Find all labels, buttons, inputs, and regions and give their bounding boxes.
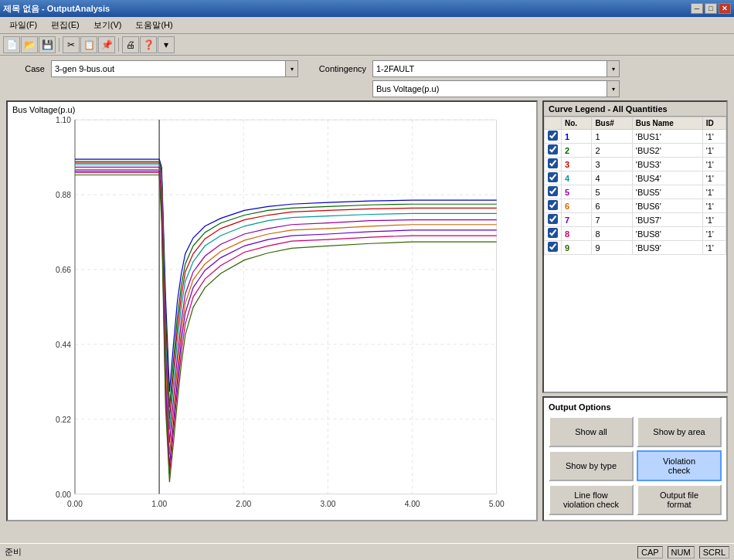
close-button[interactable]: ✕: [719, 3, 731, 14]
toolbar-separator-1: [59, 38, 59, 52]
chart-title: Bus Voltage(p.u): [8, 102, 536, 116]
row-id: '1': [702, 171, 726, 185]
violation-check-button[interactable]: Violationcheck: [637, 450, 722, 481]
row-checkbox-8[interactable]: [548, 228, 558, 238]
content-area: Bus Voltage(p.u): [6, 100, 728, 521]
row-no: 2: [562, 144, 592, 158]
row-name: 'BUS8': [632, 227, 702, 241]
row-checkbox-5[interactable]: [548, 186, 558, 196]
row-bus: 8: [592, 227, 632, 241]
cap-indicator: CAP: [637, 546, 663, 558]
row-checkbox-6[interactable]: [548, 200, 558, 210]
chart-panel: Bus Voltage(p.u): [6, 100, 538, 521]
row-no: 8: [562, 227, 592, 241]
svg-text:0.44: 0.44: [56, 341, 71, 349]
contingency-input[interactable]: [373, 61, 607, 76]
new-button[interactable]: 📄: [3, 36, 20, 53]
print-button[interactable]: 🖨: [122, 36, 139, 53]
show-all-button[interactable]: Show all: [549, 416, 634, 447]
paste-button[interactable]: 📌: [98, 36, 115, 53]
row-no: 5: [562, 185, 592, 199]
menu-bar: 파일(F) 편집(E) 보기(V) 도움말(H): [0, 17, 734, 34]
row-checkbox-1[interactable]: [548, 131, 558, 141]
row-name: 'BUS4': [632, 171, 702, 185]
row-checkbox-cell[interactable]: [545, 213, 562, 227]
cut-button[interactable]: ✂: [63, 36, 80, 53]
title-bar: 제목 없음 - OutputAnalysis ─ □ ✕: [0, 0, 734, 17]
row-id: '1': [702, 213, 726, 227]
options-grid: Show all Show by area Show by type Viola…: [549, 416, 722, 515]
quantity-input[interactable]: [373, 81, 607, 97]
row-id: '1': [702, 227, 726, 241]
row-id: '1': [702, 185, 726, 199]
case-combo[interactable]: ▾: [51, 60, 298, 77]
row-checkbox-cell[interactable]: [545, 241, 562, 255]
scrl-indicator: SCRL: [699, 546, 729, 558]
save-button[interactable]: 💾: [39, 36, 56, 53]
menu-file[interactable]: 파일(F): [3, 18, 43, 32]
row-no: 1: [562, 130, 592, 144]
row-checkbox-cell[interactable]: [545, 171, 562, 185]
row-checkbox-cell[interactable]: [545, 199, 562, 213]
contingency-combo-arrow[interactable]: ▾: [607, 61, 619, 76]
window-title: 제목 없음 - OutputAnalysis: [3, 3, 110, 15]
num-indicator: NUM: [668, 546, 695, 558]
svg-text:5.00: 5.00: [489, 500, 505, 508]
svg-text:0.66: 0.66: [56, 266, 71, 274]
menu-edit[interactable]: 편집(E): [45, 18, 86, 32]
row-checkbox-9[interactable]: [548, 242, 558, 252]
col-header-no: [545, 117, 562, 130]
case-input[interactable]: [52, 61, 285, 76]
svg-rect-0: [75, 120, 497, 494]
menu-view[interactable]: 보기(V): [87, 18, 128, 32]
minimize-button[interactable]: ─: [691, 3, 703, 14]
menu-help[interactable]: 도움말(H): [129, 18, 178, 32]
line-flow-violation-button[interactable]: Line flowviolation check: [549, 484, 634, 515]
help-button[interactable]: ❓: [140, 36, 157, 53]
legend-table: No. Bus# Bus Name ID 1 1 'BUS1' '1' 2 2 …: [544, 117, 726, 255]
extra-button[interactable]: ▾: [158, 36, 175, 53]
quantity-combo-arrow[interactable]: ▾: [607, 81, 619, 97]
row-checkbox-2[interactable]: [548, 144, 558, 154]
row-checkbox-cell[interactable]: [545, 144, 562, 158]
quantity-combo[interactable]: ▾: [372, 80, 620, 97]
col-header-no-text: No.: [562, 117, 592, 130]
col-header-bus: Bus#: [592, 117, 632, 130]
case-combo-arrow[interactable]: ▾: [285, 61, 297, 76]
svg-text:1.10: 1.10: [56, 116, 71, 124]
row-checkbox-4[interactable]: [548, 172, 558, 182]
row-checkbox-7[interactable]: [548, 214, 558, 224]
table-row: 4 4 'BUS4' '1': [545, 171, 726, 185]
svg-text:0.00: 0.00: [56, 490, 71, 499]
row-checkbox-cell[interactable]: [545, 158, 562, 171]
svg-text:1.00: 1.00: [151, 500, 167, 508]
show-by-area-button[interactable]: Show by area: [637, 416, 722, 447]
row-checkbox-cell[interactable]: [545, 185, 562, 199]
table-row: 5 5 'BUS5' '1': [545, 185, 726, 199]
open-button[interactable]: 📂: [21, 36, 38, 53]
output-options-title: Output Options: [549, 402, 722, 412]
svg-text:4.00: 4.00: [405, 500, 420, 508]
row-name: 'BUS9': [632, 241, 702, 255]
case-label: Case: [6, 64, 45, 73]
row-checkbox-cell[interactable]: [545, 130, 562, 144]
output-options: Output Options Show all Show by area Sho…: [542, 396, 728, 521]
row-checkbox-cell[interactable]: [545, 227, 562, 241]
output-file-format-button[interactable]: Output fileformat: [637, 484, 722, 515]
show-by-type-button[interactable]: Show by type: [549, 450, 634, 481]
row-bus: 5: [592, 185, 632, 199]
chart-svg: 1.10 0.88 0.66 0.44 0.22 0.00 0.00 1.00 …: [11, 116, 533, 510]
table-row: 7 7 'BUS7' '1': [545, 213, 726, 227]
copy-button[interactable]: 📋: [80, 36, 97, 53]
row-bus: 2: [592, 144, 632, 158]
row-checkbox-3[interactable]: [548, 158, 558, 168]
row-name: 'BUS7': [632, 213, 702, 227]
table-row: 2 2 'BUS2' '1': [545, 144, 726, 158]
table-row: 1 1 'BUS1' '1': [545, 130, 726, 144]
maximize-button[interactable]: □: [705, 3, 717, 14]
table-row: 8 8 'BUS8' '1': [545, 227, 726, 241]
col-header-name: Bus Name: [632, 117, 702, 130]
legend-panel: Curve Legend - All Quantities No. Bus# B…: [542, 100, 728, 521]
row-no: 4: [562, 171, 592, 185]
contingency-combo[interactable]: ▾: [372, 60, 620, 77]
